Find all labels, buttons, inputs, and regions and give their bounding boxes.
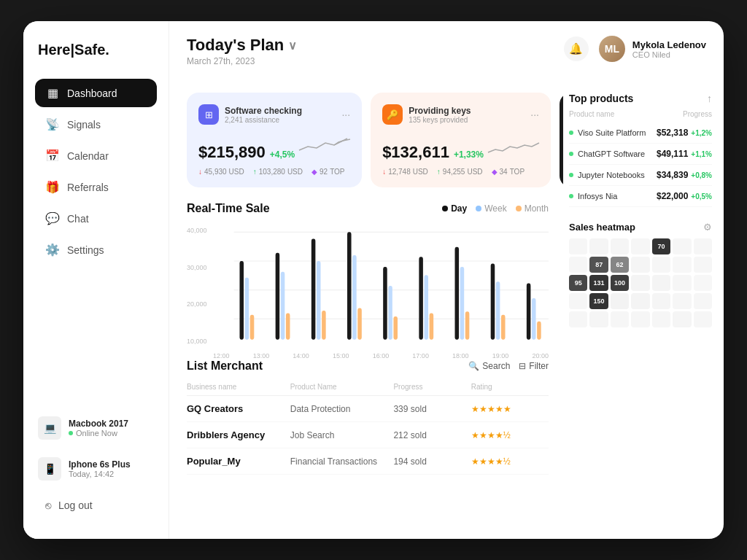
- heatmap-cell: 87: [589, 257, 608, 273]
- heatmap-cell: [694, 238, 712, 254]
- real-time-sale-header: Real-Time Sale Day Week Month: [187, 202, 549, 215]
- search-button[interactable]: 🔍 Search: [468, 361, 510, 371]
- product-dot: [569, 152, 573, 156]
- product-value: $34,839: [657, 170, 688, 180]
- y-label-30k: 30,000: [187, 264, 213, 271]
- product-row: Viso Suite Platform $52,318 +1,2%: [569, 122, 712, 144]
- col-header-rating: Rating: [471, 383, 549, 391]
- dashboard-icon: ▦: [45, 86, 60, 100]
- sidebar-item-referrals[interactable]: 🎁Referrals: [35, 173, 157, 201]
- x-label-1600: 16:00: [373, 352, 390, 359]
- svg-rect-10: [311, 238, 316, 339]
- card-header-keys: 🔑 Providing keys 135 keys provided ···: [382, 104, 539, 125]
- stat-cards: ⊞ Software checking 2,241 assistance ···…: [187, 93, 549, 187]
- keys-sparkline: [488, 132, 539, 158]
- header-left: Today's Plan ∨ March 27th, 2023: [187, 36, 297, 66]
- stat-down-unit: USD: [229, 168, 244, 176]
- main-content: Today's Plan ∨ March 27th, 2023 🔔 ML Myk…: [169, 21, 724, 539]
- sidebar-item-signals[interactable]: 📡Signals: [35, 110, 157, 139]
- top-products-sort-icon[interactable]: ↑: [707, 93, 712, 104]
- product-name: ChatGPT Software: [578, 149, 645, 158]
- time-filters: Day Week Month: [442, 203, 549, 214]
- heatmap-cell: [673, 238, 691, 254]
- x-label-2000: 20:00: [532, 352, 549, 359]
- product-row: ChatGPT Software $49,111 +1,1%: [569, 144, 712, 165]
- heatmap-cell: [694, 293, 712, 309]
- card-stats-software: ↓ 45,930 USD ↑ 103,280 USD ◆: [198, 168, 350, 176]
- card-more-keys[interactable]: ···: [530, 109, 539, 120]
- svg-rect-17: [388, 286, 392, 340]
- table-header: Business name Product Name Progress Rati…: [187, 380, 549, 396]
- card-value-software: $215,890 +4,5%: [198, 132, 350, 162]
- chevron-down-icon[interactable]: ∨: [288, 39, 297, 52]
- signals-icon: 📡: [45, 117, 60, 131]
- business-name: Popular_My: [187, 456, 290, 467]
- logout-label: Log out: [58, 499, 93, 511]
- card-title-group: Software checking 2,241 assistance: [225, 106, 302, 124]
- heatmap-cell: [569, 293, 587, 309]
- nav: ▦Dashboard📡Signals📅Calendar🎁Referrals💬Ch…: [35, 79, 157, 267]
- svg-rect-16: [383, 267, 387, 340]
- filter-button[interactable]: ⊟ Filter: [519, 361, 549, 371]
- heatmap-cell: [631, 238, 649, 254]
- y-label-20k: 20,000: [187, 300, 213, 308]
- col-progress: Progress: [683, 110, 712, 118]
- settings-label: Settings: [67, 244, 104, 256]
- heatmap-cell: [652, 311, 670, 327]
- card-subtitle-keys: 135 keys provided: [409, 116, 471, 124]
- card-more-software[interactable]: ···: [341, 109, 350, 120]
- content-area: ⊞ Software checking 2,241 assistance ···…: [169, 78, 724, 539]
- svg-rect-19: [419, 257, 423, 339]
- svg-rect-11: [317, 261, 321, 340]
- status-dot: [69, 431, 73, 435]
- svg-rect-5: [245, 278, 249, 340]
- heatmap-cell: 70: [652, 238, 670, 254]
- heatmap-cell: 150: [589, 293, 608, 309]
- filter-month[interactable]: Month: [516, 203, 549, 214]
- device-status-macbook: Online Now: [69, 429, 128, 438]
- heatmap-settings-icon[interactable]: ⚙: [703, 222, 712, 233]
- svg-rect-15: [357, 308, 362, 340]
- sidebar-item-settings[interactable]: ⚙️Settings: [35, 236, 157, 264]
- stat-top-unit: TOP: [330, 168, 344, 176]
- filter-day[interactable]: Day: [442, 203, 467, 214]
- heatmap-header: Sales heatmap ⚙: [569, 222, 712, 233]
- device-icon-macbook: 💻: [38, 416, 61, 440]
- sidebar-item-calendar[interactable]: 📅Calendar: [35, 141, 157, 170]
- chart-container: 40,000 30,000 20,000 10,000: [187, 224, 549, 348]
- x-label-1900: 19:00: [492, 352, 509, 359]
- svg-rect-23: [460, 267, 465, 340]
- x-label-1200: 12:00: [213, 352, 230, 359]
- real-time-sale-title: Real-Time Sale: [187, 202, 270, 215]
- sidebar-item-chat[interactable]: 💬Chat: [35, 204, 157, 233]
- user-text: Mykola Ledenov CEO Niled: [632, 39, 706, 59]
- sales-heatmap-section: Sales heatmap ⚙ 70876295131100150: [569, 222, 712, 327]
- sidebar-item-dashboard[interactable]: ▦Dashboard: [35, 79, 157, 107]
- settings-icon: ⚙️: [45, 243, 60, 257]
- filter-week[interactable]: Week: [476, 203, 506, 214]
- product-name: Financial Transactions: [290, 456, 394, 467]
- device-info-macbook: Macbook 2017 Online Now: [69, 419, 128, 438]
- rating-value: ★★★★★: [471, 404, 549, 414]
- notifications-button[interactable]: 🔔: [564, 36, 589, 61]
- product-list: Viso Suite Platform $52,318 +1,2% ChatGP…: [569, 122, 712, 207]
- rating-value: ★★★★½: [471, 430, 549, 440]
- heatmap-cell: [694, 311, 712, 327]
- software-change: +4,5%: [270, 149, 295, 160]
- keys-icon: 🔑: [382, 104, 403, 125]
- card-title-software: Software checking: [225, 106, 302, 116]
- x-label-1400: 14:00: [293, 352, 309, 359]
- heatmap-cell: [652, 293, 670, 309]
- card-value-keys: $132,611 +1,33%: [382, 132, 539, 162]
- dashboard-label: Dashboard: [67, 88, 117, 99]
- stat-top-value: 92: [320, 168, 328, 176]
- top-products-section: Top products ↑ Product name Progress Vis…: [569, 93, 712, 207]
- calendar-icon: 📅: [45, 149, 60, 163]
- stat-up-unit: USD: [287, 168, 303, 176]
- heatmap-cell: [631, 311, 649, 327]
- x-label-1700: 17:00: [412, 352, 429, 359]
- logout-button[interactable]: ⎋ Log out: [35, 492, 157, 518]
- svg-rect-22: [455, 247, 460, 340]
- filter-dot-day: [442, 206, 448, 211]
- rating-value: ★★★★½: [471, 456, 549, 467]
